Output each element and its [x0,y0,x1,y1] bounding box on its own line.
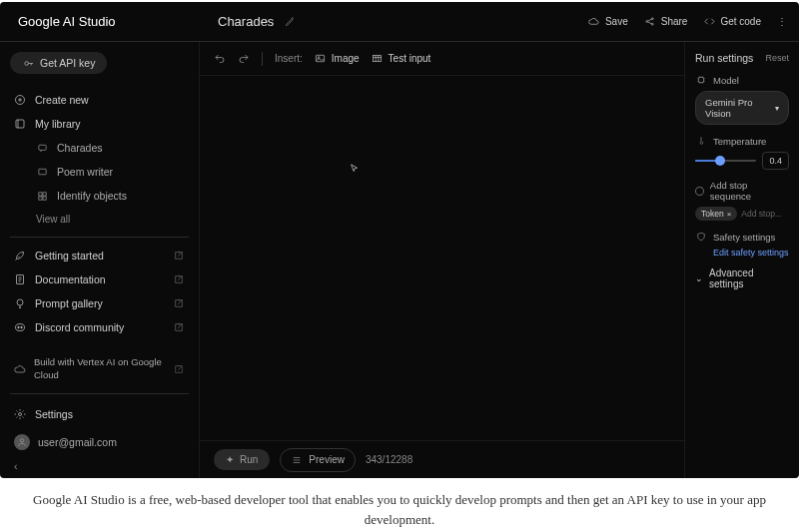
bottom-toolbar: ✦ Run Preview 343/12288 [200,440,684,478]
title-actions: Save Share Get code ⋮ [588,2,799,41]
stop-placeholder: Add stop... [741,209,782,219]
stop-sequence-input[interactable]: Token × Add stop... [695,207,789,221]
sidebar-library-item-charades[interactable]: Charades [10,136,189,160]
sidebar-my-library[interactable]: My library [10,112,189,136]
cloud-icon [14,363,26,375]
center-panel: Insert: Image Test input [200,42,684,478]
chip-icon [695,74,707,86]
chevron-down-icon: ⌄ [695,273,703,283]
sidebar-library-item-poem[interactable]: Poem writer [10,160,189,184]
text-icon [36,166,48,178]
svg-point-15 [18,326,20,328]
model-select[interactable]: Gemini Pro Vision ▾ [695,91,789,125]
redo-icon[interactable] [238,53,250,65]
top-bar: Google AI Studio Charades Save Share [0,2,799,42]
sidebar-getting-started[interactable]: Getting started [10,244,189,267]
more-button[interactable]: ⋮ [777,16,787,27]
edit-safety-link[interactable]: Edit safety settings [695,248,789,258]
editor-toolbar: Insert: Image Test input [200,42,684,76]
insert-test-input[interactable]: Test input [372,53,431,65]
get-code-button[interactable]: Get code [703,16,761,28]
run-settings-panel: Run settings Reset Model Gemini Pro Visi… [684,42,799,478]
svg-rect-5 [16,120,24,128]
svg-point-13 [17,299,23,305]
svg-rect-9 [42,192,45,195]
cloud-save-icon [588,16,600,28]
share-button[interactable]: Share [644,16,688,28]
svg-point-3 [24,61,28,65]
code-icon [703,16,715,28]
svg-rect-19 [317,55,325,61]
prompt-canvas[interactable] [200,76,684,440]
token-counter: 343/12288 [366,454,412,465]
caption-text: Google AI Studio is a free, web-based de… [0,478,799,529]
svg-point-2 [652,23,654,25]
reset-button[interactable]: Reset [765,53,789,63]
sidebar-user[interactable]: user@gmail.com [10,428,189,456]
svg-rect-6 [38,145,45,150]
share-icon [644,16,656,28]
run-settings-title: Run settings [695,52,753,64]
undo-icon[interactable] [214,53,226,65]
sidebar-library-item-identify[interactable]: Identify objects [10,184,189,208]
insert-image[interactable]: Image [315,53,360,65]
sidebar-prompt-gallery[interactable]: Prompt gallery [10,291,189,315]
svg-point-17 [19,413,22,416]
run-button[interactable]: ✦ Run [214,449,270,470]
svg-point-1 [652,18,654,20]
app-name-label: Google AI Studio [18,14,116,29]
sidebar: Get API key Create new My library Charad… [0,42,200,478]
insert-label: Insert: [275,53,303,64]
prompt-title-area: Charades [200,2,588,41]
preview-button[interactable]: Preview [280,448,356,472]
sidebar-collapse[interactable]: ‹ [10,456,189,478]
prompt-title: Charades [218,14,274,29]
svg-rect-10 [38,196,41,199]
external-link-icon [173,321,185,333]
temperature-value[interactable]: 0.4 [762,152,789,170]
close-icon[interactable]: × [727,210,732,219]
app-logo: Google AI Studio [0,2,200,41]
slider-thumb[interactable] [715,156,725,166]
external-link-icon [173,250,185,262]
sidebar-create-new[interactable]: Create new [10,88,189,112]
grid-icon [36,190,48,202]
sidebar-build-vertex[interactable]: Build with Vertex AI on Google Cloud [10,350,189,387]
svg-point-14 [16,324,25,331]
svg-point-0 [646,21,648,23]
table-icon [372,53,384,65]
save-button[interactable]: Save [588,16,628,28]
sidebar-discord[interactable]: Discord community [10,315,189,339]
temperature-slider[interactable] [695,160,756,162]
sidebar-documentation[interactable]: Documentation [10,267,189,291]
image-icon [315,53,327,65]
thermometer-icon [695,135,707,147]
sidebar-view-all[interactable]: View all [10,208,189,231]
advanced-settings-toggle[interactable]: ⌄ Advanced settings [695,267,789,289]
stop-token-chip[interactable]: Token × [695,207,737,221]
external-link-icon [173,363,185,375]
svg-rect-11 [42,196,45,199]
sparkle-icon: ✦ [226,454,234,465]
svg-rect-22 [699,78,704,83]
svg-rect-7 [38,169,45,175]
chat-icon [36,142,48,154]
cursor-icon [350,164,360,176]
library-icon [14,118,26,130]
sidebar-settings[interactable]: Settings [10,400,189,428]
chevron-left-icon: ‹ [14,460,18,472]
app-window: Google AI Studio Charades Save Share [0,2,799,478]
chevron-down-icon: ▾ [775,104,779,113]
key-icon [22,57,34,69]
external-link-icon [173,297,185,309]
gear-icon [14,408,26,420]
plus-circle-icon [14,94,26,106]
radio-unchecked-icon[interactable] [695,187,704,196]
avatar-icon [14,434,30,450]
list-icon [291,454,303,466]
edit-icon[interactable] [284,16,296,28]
svg-point-18 [20,439,23,442]
shield-icon [695,231,707,243]
get-api-key-button[interactable]: Get API key [10,52,107,74]
rocket-icon [14,250,26,262]
